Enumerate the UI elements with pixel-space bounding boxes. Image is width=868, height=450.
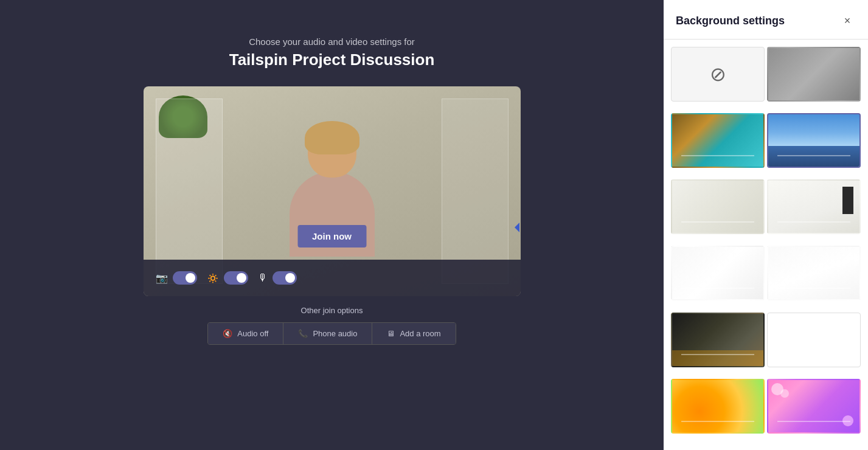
page-subtitle: Choose your audio and video settings for bbox=[229, 36, 435, 47]
audio-off-option[interactable]: 🔇 Audio off bbox=[208, 323, 283, 344]
bg-option-white[interactable] bbox=[767, 313, 861, 367]
camera-toggle-knob bbox=[186, 273, 195, 283]
meeting-name: Tailspin Project Discussion bbox=[229, 50, 435, 69]
bg-option-room2[interactable] bbox=[767, 179, 861, 234]
close-panel-button[interactable]: × bbox=[839, 12, 856, 29]
add-room-option[interactable]: 🖥 Add a room bbox=[372, 323, 455, 344]
blur-control[interactable]: 🔅 bbox=[207, 271, 248, 285]
audio-off-icon: 🔇 bbox=[223, 329, 232, 338]
blur-toggle[interactable] bbox=[224, 271, 248, 285]
mic-icon: 🎙 bbox=[258, 272, 268, 283]
title-section: Choose your audio and video settings for… bbox=[229, 36, 435, 69]
thumb-room2 bbox=[768, 181, 859, 233]
camera-toggle[interactable] bbox=[173, 271, 197, 285]
mic-toggle-knob bbox=[285, 273, 295, 283]
no-background-icon: ⊘ bbox=[710, 63, 726, 86]
bg-option-room3[interactable] bbox=[671, 246, 765, 300]
bg-option-colorful2[interactable] bbox=[767, 379, 861, 434]
join-options-bar: 🔇 Audio off 📞 Phone audio 🖥 Add a room bbox=[207, 322, 456, 345]
mic-control[interactable]: 🎙 bbox=[258, 271, 297, 285]
video-controls-bar: 📷 🔅 🎙 bbox=[144, 260, 521, 296]
background-settings-panel: Background settings × ⊘ bbox=[664, 0, 868, 450]
blur-toggle-knob bbox=[237, 273, 246, 283]
bg-option-office1[interactable] bbox=[671, 113, 765, 168]
background-grid: ⊘ bbox=[664, 40, 868, 450]
camera-control[interactable]: 📷 bbox=[156, 271, 197, 285]
bg-option-colorful1[interactable] bbox=[671, 379, 765, 434]
bg-none-inner: ⊘ bbox=[672, 47, 764, 101]
thumb-city bbox=[768, 114, 859, 167]
room-icon: 🖥 bbox=[387, 329, 395, 338]
other-join-label: Other join options bbox=[301, 306, 363, 315]
panel-title: Background settings bbox=[676, 15, 785, 27]
bg-option-room1[interactable] bbox=[671, 179, 765, 234]
blur-icon: 🔅 bbox=[207, 272, 219, 284]
person-hair bbox=[305, 121, 359, 154]
bg-option-room4[interactable] bbox=[767, 246, 861, 300]
thumb-colorful1 bbox=[672, 380, 763, 432]
bg-blur-inner bbox=[768, 48, 859, 100]
thumb-white bbox=[768, 313, 860, 367]
mic-toggle[interactable] bbox=[273, 271, 297, 285]
thumb-office1 bbox=[672, 114, 763, 167]
bg-option-city[interactable] bbox=[767, 113, 861, 168]
thumb-room4 bbox=[768, 247, 859, 299]
video-wrapper: Join now Make sure you're ready to go, a… bbox=[144, 86, 521, 345]
person-head bbox=[308, 126, 356, 178]
shelf-right bbox=[442, 99, 509, 284]
main-content: Choose your audio and video settings for… bbox=[0, 0, 664, 450]
bg-option-office2[interactable] bbox=[671, 313, 765, 367]
bottom-options: Other join options 🔇 Audio off 📞 Phone a… bbox=[144, 306, 521, 345]
phone-icon: 📞 bbox=[298, 329, 308, 338]
join-now-button[interactable]: Join now bbox=[297, 225, 366, 248]
shelf-left bbox=[156, 99, 223, 284]
phone-audio-option[interactable]: 📞 Phone audio bbox=[283, 323, 372, 344]
thumb-office2 bbox=[672, 314, 763, 366]
thumb-room3 bbox=[672, 247, 763, 299]
panel-header: Background settings × bbox=[664, 0, 868, 40]
bg-option-blur[interactable] bbox=[767, 47, 861, 102]
camera-icon: 📷 bbox=[156, 272, 168, 284]
thumb-colorful2 bbox=[768, 380, 859, 432]
bg-option-none[interactable]: ⊘ bbox=[671, 47, 765, 102]
video-preview: Join now Make sure you're ready to go, a… bbox=[144, 86, 521, 296]
thumb-room1 bbox=[672, 181, 763, 233]
